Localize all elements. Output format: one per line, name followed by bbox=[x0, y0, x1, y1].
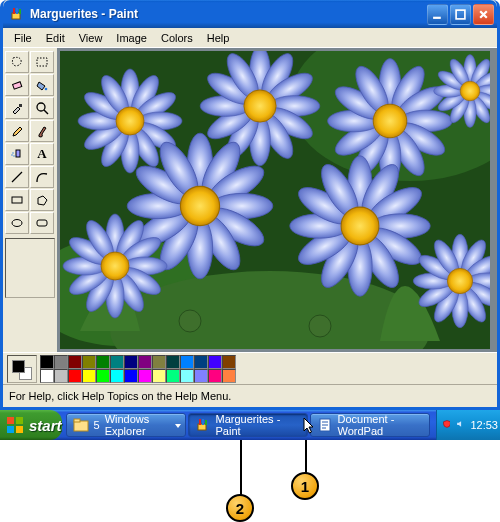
callout-number-2: 2 bbox=[236, 500, 244, 517]
color-palette bbox=[40, 355, 236, 383]
taskbar-button[interactable]: Marguerites - Paint bbox=[188, 413, 308, 437]
svg-line-16 bbox=[12, 172, 22, 182]
maximize-button[interactable] bbox=[450, 4, 471, 25]
svg-rect-7 bbox=[13, 82, 22, 89]
color-swatch[interactable] bbox=[222, 369, 236, 383]
wordpad-icon bbox=[317, 417, 333, 433]
menu-image[interactable]: Image bbox=[109, 30, 154, 46]
color-swatch[interactable] bbox=[124, 355, 138, 369]
start-label: start bbox=[29, 417, 62, 434]
svg-rect-41 bbox=[7, 426, 14, 433]
work-area: A bbox=[3, 48, 497, 352]
tool-rect-select[interactable] bbox=[30, 51, 54, 73]
color-swatch[interactable] bbox=[194, 355, 208, 369]
color-swatch[interactable] bbox=[152, 369, 166, 383]
tool-airbrush[interactable] bbox=[5, 143, 29, 165]
color-swatch[interactable] bbox=[40, 355, 54, 369]
taskbar-buttons: 5 Windows Explorer Marguerites - Paint D… bbox=[62, 410, 436, 440]
menu-edit[interactable]: Edit bbox=[39, 30, 72, 46]
tool-magnify[interactable] bbox=[30, 97, 54, 119]
menu-view[interactable]: View bbox=[72, 30, 110, 46]
color-swatch[interactable] bbox=[110, 355, 124, 369]
menu-file[interactable]: File bbox=[7, 30, 39, 46]
clock[interactable]: 12:53 PM bbox=[470, 419, 500, 431]
shield-icon[interactable] bbox=[443, 418, 451, 432]
color-swatch[interactable] bbox=[40, 369, 54, 383]
color-swatch[interactable] bbox=[194, 369, 208, 383]
tool-ellipse[interactable] bbox=[5, 212, 29, 234]
window-buttons bbox=[427, 4, 494, 25]
svg-rect-2 bbox=[16, 8, 18, 14]
window-title: Marguerites - Paint bbox=[30, 7, 427, 21]
svg-rect-48 bbox=[205, 420, 207, 425]
tool-polygon[interactable] bbox=[30, 189, 54, 211]
color-swatch[interactable] bbox=[180, 369, 194, 383]
start-button[interactable]: start bbox=[0, 410, 62, 440]
toolbox: A bbox=[3, 48, 57, 352]
menu-bar: File Edit View Image Colors Help bbox=[3, 28, 497, 48]
svg-point-14 bbox=[13, 155, 14, 156]
taskbar-button[interactable]: 5 Windows Explorer bbox=[66, 413, 186, 437]
tool-eraser[interactable] bbox=[5, 74, 29, 96]
taskbar-button[interactable]: Document - WordPad bbox=[310, 413, 430, 437]
close-button[interactable] bbox=[473, 4, 494, 25]
color-swatch[interactable] bbox=[96, 369, 110, 383]
color-swatch[interactable] bbox=[54, 369, 68, 383]
tool-free-select[interactable] bbox=[5, 51, 29, 73]
minimize-button[interactable] bbox=[427, 4, 448, 25]
color-swatch[interactable] bbox=[68, 369, 82, 383]
foreground-color-swatch[interactable] bbox=[12, 360, 25, 373]
titlebar[interactable]: Marguerites - Paint bbox=[3, 0, 497, 28]
tool-text[interactable]: A bbox=[30, 143, 54, 165]
tool-brush[interactable] bbox=[30, 120, 54, 142]
menu-help[interactable]: Help bbox=[200, 30, 237, 46]
svg-rect-42 bbox=[16, 426, 23, 433]
color-swatch[interactable] bbox=[82, 369, 96, 383]
svg-rect-4 bbox=[433, 16, 441, 18]
tool-picker[interactable] bbox=[5, 97, 29, 119]
system-tray[interactable]: 12:53 PM bbox=[436, 410, 500, 440]
status-bar: For Help, click Help Topics on the Help … bbox=[3, 384, 497, 406]
current-colors[interactable] bbox=[7, 355, 37, 383]
svg-rect-19 bbox=[37, 220, 47, 226]
svg-point-38 bbox=[309, 315, 331, 337]
color-bar bbox=[3, 352, 497, 384]
color-swatch[interactable] bbox=[208, 355, 222, 369]
svg-point-18 bbox=[12, 220, 22, 227]
taskbar-group-count: 5 bbox=[94, 419, 100, 431]
color-swatch[interactable] bbox=[96, 355, 110, 369]
tool-pencil[interactable] bbox=[5, 120, 29, 142]
svg-rect-9 bbox=[19, 104, 22, 107]
tool-rounded-rect[interactable] bbox=[30, 212, 54, 234]
color-swatch[interactable] bbox=[166, 355, 180, 369]
taskbar-button-label: Marguerites - Paint bbox=[216, 413, 301, 437]
volume-icon[interactable] bbox=[456, 418, 464, 432]
tool-curve[interactable] bbox=[30, 166, 54, 188]
color-swatch[interactable] bbox=[166, 369, 180, 383]
color-swatch[interactable] bbox=[152, 355, 166, 369]
color-swatch[interactable] bbox=[138, 355, 152, 369]
svg-point-37 bbox=[179, 310, 201, 332]
color-swatch[interactable] bbox=[54, 355, 68, 369]
menu-colors[interactable]: Colors bbox=[154, 30, 200, 46]
svg-rect-3 bbox=[19, 9, 21, 14]
color-swatch[interactable] bbox=[68, 355, 82, 369]
paint-window: Marguerites - Paint File Edit View Image… bbox=[0, 0, 500, 410]
tool-line[interactable] bbox=[5, 166, 29, 188]
color-swatch[interactable] bbox=[208, 369, 222, 383]
tool-fill[interactable] bbox=[30, 74, 54, 96]
color-swatch[interactable] bbox=[222, 355, 236, 369]
svg-rect-1 bbox=[13, 8, 15, 14]
svg-rect-46 bbox=[199, 419, 201, 425]
taskbar: start 5 Windows Explorer Marguerites - P… bbox=[0, 410, 500, 440]
color-swatch[interactable] bbox=[138, 369, 152, 383]
canvas[interactable] bbox=[60, 51, 490, 349]
color-swatch[interactable] bbox=[110, 369, 124, 383]
color-swatch[interactable] bbox=[124, 369, 138, 383]
tool-rectangle[interactable] bbox=[5, 189, 29, 211]
explorer-icon bbox=[73, 417, 89, 433]
svg-rect-39 bbox=[7, 417, 14, 424]
color-swatch[interactable] bbox=[82, 355, 96, 369]
tool-options[interactable] bbox=[5, 238, 55, 298]
color-swatch[interactable] bbox=[180, 355, 194, 369]
